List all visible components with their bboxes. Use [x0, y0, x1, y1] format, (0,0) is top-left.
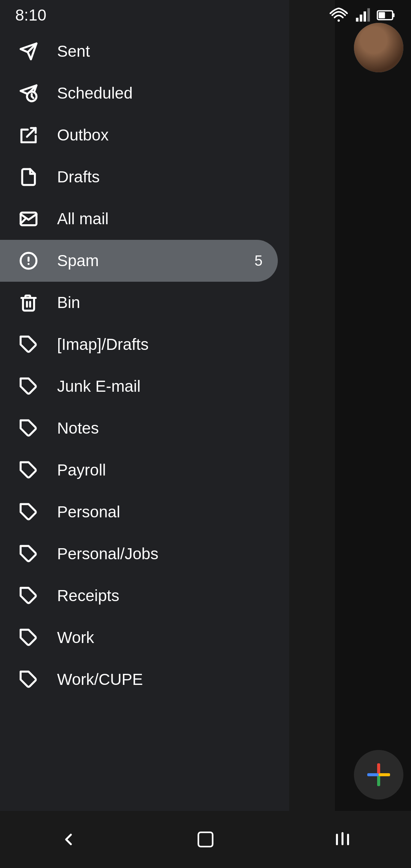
svg-rect-4 — [363, 11, 366, 22]
payroll-icon — [15, 457, 42, 483]
home-button[interactable] — [183, 824, 228, 855]
nav-item-work[interactable]: Work — [0, 617, 278, 659]
notes-label: Notes — [57, 419, 263, 437]
battery-icon — [377, 8, 396, 22]
svg-rect-3 — [360, 14, 362, 21]
outbox-label: Outbox — [57, 126, 263, 144]
status-time: 8:10 — [15, 6, 46, 24]
nav-item-payroll[interactable]: Payroll — [0, 449, 278, 491]
personal-icon — [15, 499, 42, 525]
status-bar: 8:10 + — [0, 0, 411, 30]
imapdrafts-icon — [15, 331, 42, 358]
personal-label: Personal — [57, 503, 263, 521]
nav-item-personaljobs[interactable]: Personal/Jobs — [0, 533, 278, 575]
svg-point-0 — [338, 19, 340, 22]
receipts-icon — [15, 582, 42, 609]
svg-rect-7 — [379, 12, 385, 19]
svg-rect-5 — [367, 8, 370, 22]
workcupe-label: Work/CUPE — [57, 670, 263, 689]
nav-item-sent[interactable]: Sent — [0, 30, 278, 72]
notes-icon — [15, 415, 42, 442]
sent-label: Sent — [57, 42, 263, 61]
recents-button[interactable] — [320, 824, 365, 855]
status-icons: + — [330, 8, 396, 23]
nav-item-junkemail[interactable]: Junk E-mail — [0, 365, 278, 407]
workcupe-icon — [15, 666, 42, 693]
nav-item-notes[interactable]: Notes — [0, 407, 278, 449]
imapdrafts-label: [Imap]/Drafts — [57, 335, 263, 354]
svg-rect-2 — [356, 18, 358, 22]
nav-item-bin[interactable]: Bin — [0, 282, 278, 324]
scheduled-label: Scheduled — [57, 84, 263, 102]
bin-icon — [15, 289, 42, 316]
nav-item-outbox[interactable]: Outbox — [0, 114, 278, 156]
svg-rect-8 — [393, 13, 395, 17]
compose-fab-button[interactable] — [354, 750, 403, 799]
payroll-label: Payroll — [57, 461, 263, 479]
sent-icon — [15, 38, 42, 65]
svg-rect-12 — [379, 773, 390, 776]
nav-item-scheduled[interactable]: Scheduled — [0, 72, 278, 114]
outbox-icon — [15, 122, 42, 148]
back-button[interactable] — [46, 824, 91, 855]
receipts-label: Receipts — [57, 587, 263, 605]
nav-item-workcupe[interactable]: Work/CUPE — [0, 659, 278, 700]
bottom-nav — [0, 811, 411, 868]
wifi-icon: + — [330, 8, 348, 23]
nav-item-imapdrafts[interactable]: [Imap]/Drafts — [0, 324, 278, 365]
nav-drawer: SentScheduledOutboxDraftsAll mailSpam5Bi… — [0, 0, 289, 868]
spam-icon — [15, 247, 42, 274]
svg-rect-9 — [377, 763, 380, 775]
drafts-label: Drafts — [57, 168, 263, 186]
nav-item-drafts[interactable]: Drafts — [0, 156, 278, 198]
bin-label: Bin — [57, 294, 263, 312]
personaljobs-label: Personal/Jobs — [57, 545, 263, 563]
scheduled-icon — [15, 80, 42, 107]
signal-icon — [355, 8, 370, 23]
drafts-icon — [15, 164, 42, 190]
nav-item-allmail[interactable]: All mail — [0, 198, 278, 240]
allmail-label: All mail — [57, 210, 263, 228]
nav-item-receipts[interactable]: Receipts — [0, 575, 278, 617]
nav-item-spam[interactable]: Spam5 — [0, 240, 278, 282]
personaljobs-icon — [15, 541, 42, 567]
spam-label: Spam — [57, 252, 255, 270]
svg-text:+: + — [345, 10, 347, 15]
right-panel — [335, 0, 411, 868]
junkemail-label: Junk E-mail — [57, 377, 263, 396]
work-icon — [15, 624, 42, 651]
nav-item-personal[interactable]: Personal — [0, 491, 278, 533]
svg-rect-25 — [198, 832, 213, 847]
allmail-icon — [15, 206, 42, 232]
work-label: Work — [57, 629, 263, 647]
compose-plus-icon — [365, 761, 392, 788]
spam-badge: 5 — [255, 253, 263, 269]
svg-rect-10 — [377, 775, 380, 786]
junkemail-icon — [15, 373, 42, 400]
svg-rect-11 — [367, 773, 379, 776]
